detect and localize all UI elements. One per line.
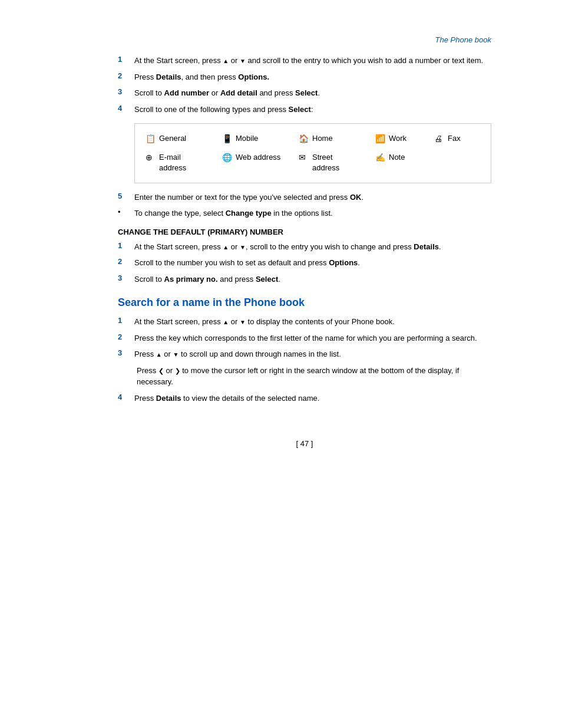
change-step-3: 3 Scroll to As primary no. and press Sel… <box>118 274 491 285</box>
change-step-1-content: At the Start screen, press or , scroll t… <box>134 241 491 253</box>
change-default-section: CHANGE THE DEFAULT (PRIMARY) NUMBER 1 At… <box>118 228 491 285</box>
change-step-2-content: Scroll to the number you wish to set as … <box>134 257 491 269</box>
arrow-up-icon-4 <box>156 350 162 358</box>
step-2-number: 2 <box>118 71 134 80</box>
arrow-left-icon <box>158 366 164 375</box>
street-label: Streetaddress <box>312 152 339 173</box>
mobile-label: Mobile <box>236 133 258 144</box>
search-step-3b-content: Press or to move the cursor left or righ… <box>137 365 491 388</box>
page-header: The Phone book <box>118 35 491 44</box>
email-icon: ⊕ <box>146 152 156 164</box>
work-icon: 📶 <box>375 133 386 145</box>
step-3-number: 3 <box>118 87 134 96</box>
page: The Phone book 1 At the Start screen, pr… <box>0 0 562 728</box>
step-1-content: At the Start screen, press or and scroll… <box>134 55 491 67</box>
icon-type-work: 📶 Work <box>373 130 432 149</box>
icon-type-email: ⊕ E-mailaddress <box>143 149 220 177</box>
fax-label: Fax <box>448 133 461 144</box>
home-label: Home <box>312 133 333 144</box>
web-icon: 🌐 <box>222 152 233 164</box>
bullet-symbol: • <box>118 207 134 216</box>
step-2: 2 Press Details, and then press Options. <box>118 71 491 83</box>
arrow-down-icon-3 <box>240 317 246 326</box>
bullet-change-type-content: To change the type, select Change type i… <box>134 207 491 219</box>
arrow-up-icon-2 <box>223 242 229 251</box>
search-step-1: 1 At the Start screen, press or to displ… <box>118 316 491 328</box>
step-3: 3 Scroll to Add number or Add detail and… <box>118 87 491 99</box>
change-step-2: 2 Scroll to the number you wish to set a… <box>118 257 491 269</box>
search-step-3b: Press or to move the cursor left or righ… <box>134 365 491 388</box>
icon-type-general: 📋 General <box>143 130 220 149</box>
page-number: [ 47 ] <box>296 439 313 448</box>
change-step-2-number: 2 <box>118 257 134 266</box>
icon-types-grid: 📋 General 📱 Mobile 🏠 Home 📶 Work 🖨 Fax ⊕… <box>134 123 491 183</box>
step-4-number: 4 <box>118 104 134 113</box>
change-default-heading: CHANGE THE DEFAULT (PRIMARY) NUMBER <box>118 228 491 236</box>
arrow-right-icon <box>175 366 180 375</box>
step-5-content: Enter the number or text for the type yo… <box>134 192 491 203</box>
general-label: General <box>159 133 186 144</box>
search-step-1-number: 1 <box>118 316 134 325</box>
search-steps-list: 1 At the Start screen, press or to displ… <box>118 316 491 404</box>
note-label: Note <box>389 152 405 163</box>
street-icon: ✉ <box>299 152 309 164</box>
change-step-3-content: Scroll to As primary no. and press Selec… <box>134 274 491 285</box>
icon-type-note: ✍ Note <box>373 149 432 177</box>
arrow-up-icon <box>223 56 229 65</box>
email-label: E-mailaddress <box>159 152 186 173</box>
step-2-content: Press Details, and then press Options. <box>134 71 491 83</box>
search-step-1-content: At the Start screen, press or to display… <box>134 316 491 328</box>
search-step-4: 4 Press Details to view the details of t… <box>118 393 491 404</box>
change-step-1-number: 1 <box>118 241 134 250</box>
arrow-down-icon <box>240 56 246 65</box>
step-5-number: 5 <box>118 192 134 200</box>
search-step-2-content: Press the key which corresponds to the f… <box>134 332 491 344</box>
search-step-4-number: 4 <box>118 393 134 401</box>
step-1-number: 1 <box>118 55 134 64</box>
step-5: 5 Enter the number or text for the type … <box>118 192 491 203</box>
search-step-3: 3 Press or to scroll up and down through… <box>118 348 491 360</box>
icon-type-web: 🌐 Web address <box>220 149 296 177</box>
search-step-2-number: 2 <box>118 332 134 341</box>
general-icon: 📋 <box>146 133 156 145</box>
note-icon: ✍ <box>375 152 386 164</box>
change-step-3-number: 3 <box>118 274 134 282</box>
step-4: 4 Scroll to one of the following types a… <box>118 104 491 116</box>
step-1: 1 At the Start screen, press or and scro… <box>118 55 491 67</box>
step-4-content: Scroll to one of the following types and… <box>134 104 491 116</box>
home-icon: 🏠 <box>299 133 309 145</box>
arrow-down-icon-2 <box>240 242 246 251</box>
arrow-up-icon-3 <box>223 317 229 326</box>
icon-type-home: 🏠 Home <box>296 130 373 149</box>
icon-type-fax: 🖨 Fax <box>432 130 479 149</box>
work-label: Work <box>389 133 406 144</box>
icon-type-mobile: 📱 Mobile <box>220 130 296 149</box>
arrow-down-icon-4 <box>173 350 179 358</box>
search-step-3-number: 3 <box>118 348 134 357</box>
search-section-title: Search for a name in the Phone book <box>118 297 491 309</box>
mobile-icon: 📱 <box>222 133 233 145</box>
search-step-2: 2 Press the key which corresponds to the… <box>118 332 491 344</box>
icon-grid-empty-cell <box>432 149 479 177</box>
search-step-4-content: Press Details to view the details of the… <box>134 393 491 404</box>
fax-icon: 🖨 <box>434 133 445 145</box>
change-step-1: 1 At the Start screen, press or , scroll… <box>118 241 491 253</box>
initial-steps-list: 1 At the Start screen, press or and scro… <box>118 55 491 115</box>
web-label: Web address <box>236 152 280 163</box>
icon-type-street: ✉ Streetaddress <box>296 149 373 177</box>
step-3-content: Scroll to Add number or Add detail and p… <box>134 87 491 99</box>
step-5-list: 5 Enter the number or text for the type … <box>118 192 491 203</box>
change-default-steps: 1 At the Start screen, press or , scroll… <box>118 241 491 285</box>
search-step-3-content: Press or to scroll up and down through n… <box>134 348 491 360</box>
page-footer: [ 47 ] <box>118 439 491 448</box>
bullet-change-type: • To change the type, select Change type… <box>118 207 491 219</box>
header-title: The Phone book <box>435 35 491 44</box>
